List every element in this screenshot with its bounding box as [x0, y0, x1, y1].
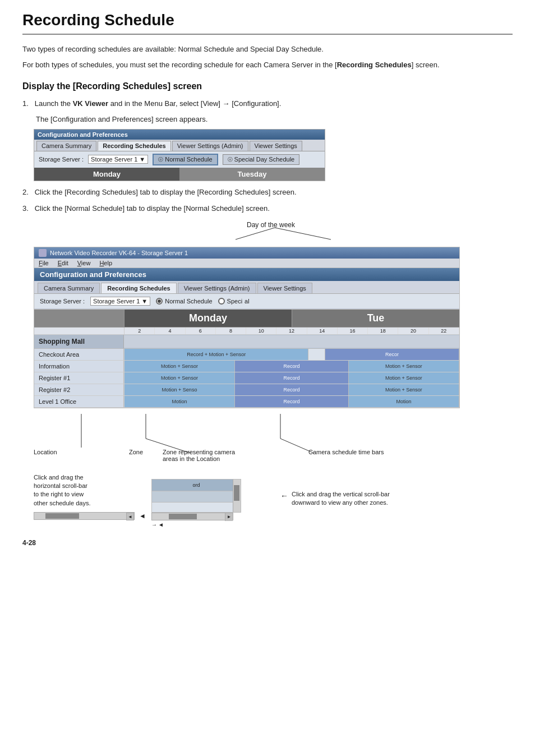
zone-information-timebar: Motion + Sensor Record Motion + Sensor: [124, 361, 459, 372]
reg2-seg-3: Motion + Sensor: [349, 384, 459, 395]
normal-schedule-icon: ⦾: [158, 156, 163, 163]
hscroll-bottom-bar[interactable]: ►: [151, 513, 233, 520]
config-panel: Configuration and Preferences Camera Sum…: [34, 268, 459, 408]
storage-select[interactable]: Storage Server 1 ▼: [88, 155, 148, 164]
tab-viewer-settings-admin[interactable]: Viewer Settings (Admin): [178, 283, 256, 293]
reg2-seg-2: Record: [235, 384, 349, 395]
app-title: Network Video Recorder VK-64 - Storage S…: [50, 250, 188, 256]
zone-information: Information Motion + Sensor Record Motio…: [34, 361, 459, 372]
arrow-right-icon: →: [151, 522, 157, 528]
tab-viewer-settings[interactable]: Viewer Settings: [257, 283, 312, 293]
annotated-screenshot-container: Day of the week Network Video Recorder V…: [34, 220, 460, 464]
app-icon: [39, 249, 47, 257]
left-arrow-icon: ←: [280, 491, 288, 500]
intro-p2-bold: Recording Schedules: [337, 61, 412, 69]
vscroll-thumb[interactable]: [234, 485, 239, 501]
hscroll-bottom-thumb[interactable]: [169, 514, 197, 519]
zone-register2-timebar: Motion + Senso Record Motion + Sensor: [124, 384, 459, 395]
hscroll-bar[interactable]: ◄: [34, 512, 135, 520]
location-name: Shopping Mall: [34, 335, 124, 348]
mini-days-row: Monday Tuesday: [34, 168, 325, 181]
step-1-start: Launch the: [35, 99, 73, 108]
zone-area-label: Zone representing camera areas in the Lo…: [163, 449, 235, 462]
menu-help[interactable]: Help: [99, 260, 112, 266]
tab-recording-schedules[interactable]: Recording Schedules: [101, 283, 176, 293]
mini-day-tuesday: Tuesday: [179, 168, 325, 181]
normal-schedule-btn[interactable]: ⦾ Normal Schedule: [153, 154, 218, 165]
info-seg-1: Motion + Sensor: [124, 361, 235, 372]
zone-register2: Register #2 Motion + Senso Record Motion…: [34, 384, 459, 396]
zone-register1-name: Register #1: [34, 372, 124, 384]
vscroll-area: ord ► → ◄: [151, 479, 275, 528]
hscroll-bottom-arrow[interactable]: ►: [225, 513, 233, 521]
hours-cells: 2 4 6 8 10 12 14 16 18 20 22: [124, 328, 459, 334]
step-2-text: Click the [Recording Schedules] tab to d…: [35, 188, 297, 196]
zone-information-name: Information: [34, 361, 124, 372]
checkout-seg-2: [308, 349, 325, 360]
hscroll-arrow-indicator: → ◄: [151, 522, 275, 528]
zone-checkout: Checkout Area Record + Motion + Sensor R…: [34, 349, 459, 361]
checkout-seg-1: Record + Motion + Sensor: [124, 349, 308, 360]
lvl-seg-2: Record: [235, 396, 349, 407]
hour-12: 12: [276, 328, 307, 334]
config-titlebar: Configuration and Preferences: [34, 268, 459, 281]
annotation-lines-area: Location Zone representing camera areas …: [34, 414, 460, 464]
location-label: Location: [34, 449, 57, 455]
hour-14: 14: [307, 328, 338, 334]
zone-level1office-timebar: Motion Record Motion: [124, 396, 459, 407]
step-3-text: Click the [Normal Schedule] tab to displ…: [35, 204, 270, 213]
intro-paragraph-1: Two types of recording schedules are ava…: [22, 44, 513, 55]
page-number: 4-28: [22, 539, 513, 547]
mini-tab-camera-summary[interactable]: Camera Summary: [36, 141, 96, 151]
step-1-note: The [Configuration and Preferences] scre…: [36, 115, 513, 123]
tab-camera-summary[interactable]: Camera Summary: [38, 283, 100, 293]
config-toolbar: Storage Server : Storage Server 1 ▼ Norm…: [34, 294, 459, 309]
special-radio-circle: [218, 298, 225, 305]
section-heading: Display the [Recording Schedules] screen: [22, 81, 513, 91]
zone-level1office: Level 1 Office Motion Record Motion: [34, 396, 459, 408]
mini-tab-recording-schedules[interactable]: Recording Schedules: [98, 141, 170, 151]
big-storage-select[interactable]: Storage Server 1 ▼: [90, 297, 150, 306]
step-3: 3. Click the [Normal Schedule] tab to di…: [22, 203, 513, 214]
normal-schedule-label: Normal Schedule: [165, 156, 212, 163]
svg-line-1: [275, 228, 331, 239]
special-day-btn[interactable]: ⦾ Special Day Schedule: [223, 154, 300, 165]
big-screenshot: Network Video Recorder VK-64 - Storage S…: [34, 247, 460, 408]
special-clipped: al: [245, 298, 250, 305]
vertical-scroll-text: Click and drag the vertical scroll-bar d…: [292, 490, 415, 508]
lvl-seg-3: Motion: [349, 396, 459, 407]
vscroll-bar[interactable]: [233, 480, 241, 513]
hour-20: 20: [398, 328, 428, 334]
location-timebar: [124, 335, 459, 348]
reg2-seg-1: Motion + Senso: [124, 384, 235, 395]
location-shopping-mall-header: Shopping Mall: [34, 335, 459, 349]
mini-tab-viewer-settings-admin[interactable]: Viewer Settings (Admin): [172, 141, 248, 151]
vscroll-note-row: ← Click and drag the vertical scroll-bar…: [280, 490, 415, 508]
menu-file[interactable]: File: [39, 260, 49, 266]
menu-edit[interactable]: Edit: [58, 260, 68, 266]
hscroll-left-arrow[interactable]: ◄: [126, 513, 134, 520]
checkout-seg-3: Recor: [325, 349, 459, 360]
hscroll-thumb[interactable]: [45, 513, 79, 519]
hour-16: 16: [338, 328, 368, 334]
big-special-day[interactable]: Special: [218, 298, 250, 305]
hscroll-right-arrow-label: ◄: [139, 512, 146, 520]
zone-checkout-timebar: Record + Motion + Sensor Recor: [124, 349, 459, 360]
hours-row: 2 4 6 8 10 12 14 16 18 20 22: [34, 328, 459, 335]
vscroll-grid-preview: ord: [151, 479, 241, 513]
vertical-scroll-note: ← Click and drag the vertical scroll-bar…: [280, 473, 415, 508]
bottom-notes: Click and drag the horizontal scroll-bar…: [34, 473, 513, 528]
mini-toolbar: Storage Server : Storage Server 1 ▼ ⦾ No…: [34, 151, 325, 168]
days-header: Monday Tue: [34, 310, 459, 328]
menu-view[interactable]: View: [77, 260, 91, 266]
zone-register2-name: Register #2: [34, 384, 124, 395]
step-2: 2. Click the [Recording Schedules] tab t…: [22, 187, 513, 198]
mini-titlebar: Configuration and Preferences: [34, 130, 325, 140]
lvl-seg-1: Motion: [124, 396, 235, 407]
zone-register1: Register #1 Motion + Sensor Record Motio…: [34, 372, 459, 384]
zone-label: Zone: [129, 449, 143, 455]
big-normal-schedule[interactable]: Normal Schedule: [156, 298, 212, 305]
camera-schedule-label: Camera schedule time bars: [308, 449, 384, 455]
normal-schedule-text: Normal Schedule: [165, 298, 212, 305]
mini-tab-viewer-settings[interactable]: Viewer Settings: [250, 141, 302, 151]
